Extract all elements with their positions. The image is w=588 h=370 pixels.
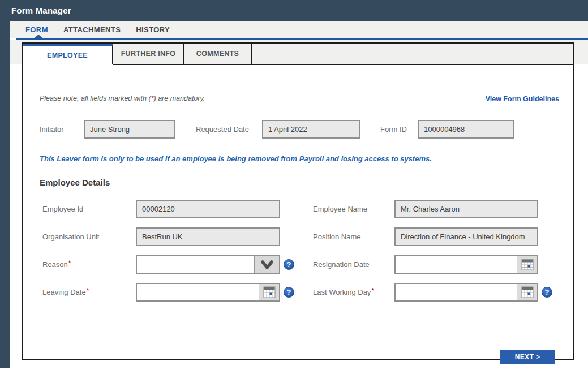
- reason-value: [137, 256, 254, 273]
- employee-name-label: Employee Name: [313, 200, 367, 218]
- calendar-icon: [521, 286, 534, 298]
- position-name-label: Position Name: [313, 227, 361, 246]
- employee-name-field: Mr. Charles Aaron: [394, 200, 538, 218]
- section-title-employee-details: Employee Details: [40, 178, 110, 187]
- leaving-date-help-icon[interactable]: ?: [284, 287, 294, 298]
- calendar-icon: [521, 259, 534, 270]
- mandatory-note-suffix: ) are mandatory.: [154, 94, 205, 102]
- organisation-unit-label: Organisation Unit: [42, 227, 99, 246]
- subtab-employee[interactable]: EMPLOYEE: [23, 44, 113, 65]
- app-header: Form Manager: [0, 0, 588, 21]
- leaving-date-label: Leaving Date*: [42, 283, 89, 302]
- subtab-comments-label: COMMENTS: [196, 50, 239, 58]
- employee-tab-content: Please note, all fields marked with (*) …: [23, 65, 573, 360]
- subtab-filler: [252, 44, 573, 65]
- tab-attachments[interactable]: ATTACHMENTS: [63, 25, 121, 34]
- resignation-date-value: [396, 256, 517, 273]
- requested-date-label: Requested Date: [196, 120, 249, 139]
- subtab-further-info-label: FURTHER INFO: [121, 50, 176, 58]
- last-working-day-input[interactable]: [394, 283, 538, 302]
- left-sidebar-strip: [0, 21, 10, 368]
- requested-date-field: 1 April 2022: [262, 120, 360, 139]
- resignation-date-label: Resignation Date: [313, 255, 370, 274]
- last-working-day-value: [396, 284, 517, 300]
- form-panel: EMPLOYEE FURTHER INFO COMMENTS Please no…: [22, 42, 574, 360]
- leaving-date-value: [137, 284, 259, 300]
- main-tab-bar: FORM ATTACHMENTS HISTORY: [10, 21, 588, 38]
- last-working-day-picker-button[interactable]: [517, 284, 537, 300]
- chevron-down-icon: [260, 260, 274, 270]
- form-id-label: Form ID: [380, 120, 407, 139]
- mandatory-note-text: Please note, all fields marked with (: [40, 94, 151, 102]
- view-form-guidelines-link[interactable]: View Form Guidelines: [486, 95, 559, 103]
- calendar-icon: [263, 286, 276, 298]
- subtab-comments[interactable]: COMMENTS: [184, 44, 252, 65]
- next-button[interactable]: NEXT >: [500, 350, 555, 364]
- subtab-further-info[interactable]: FURTHER INFO: [113, 44, 184, 65]
- reason-dropdown-button[interactable]: [254, 256, 279, 273]
- tab-form[interactable]: FORM: [25, 25, 48, 34]
- app-title: Form Manager: [11, 6, 71, 15]
- reason-help-icon[interactable]: ?: [284, 259, 294, 270]
- reason-label-text: Reason: [42, 260, 68, 269]
- last-working-day-required-star: *: [371, 287, 374, 295]
- organisation-unit-field: BestRun UK: [136, 227, 280, 246]
- reason-required-star: *: [68, 259, 71, 267]
- employee-id-field: 00002120: [136, 200, 280, 218]
- reason-dropdown[interactable]: [136, 255, 280, 274]
- last-working-day-help-icon[interactable]: ?: [542, 287, 552, 298]
- last-working-day-label: Last Working Day*: [313, 283, 374, 302]
- leaver-form-warning: This Leaver form is only to be used if a…: [40, 154, 432, 163]
- resignation-date-picker-button[interactable]: [517, 256, 537, 273]
- form-id-field: 1000004968: [418, 120, 514, 139]
- position-name-field: Direction of Finance - United Kingdom: [394, 227, 538, 246]
- active-tab-caret: [35, 35, 42, 38]
- leaving-date-picker-button[interactable]: [259, 284, 279, 300]
- sub-tab-bar: EMPLOYEE FURTHER INFO COMMENTS: [23, 44, 573, 65]
- employee-id-label: Employee Id: [42, 200, 83, 218]
- resignation-date-input[interactable]: [394, 255, 538, 274]
- initiator-label: Initiator: [40, 120, 64, 139]
- subtab-employee-label: EMPLOYEE: [47, 51, 88, 59]
- last-working-day-label-text: Last Working Day: [313, 288, 371, 296]
- reason-label: Reason*: [42, 255, 71, 274]
- leaving-date-label-text: Leaving Date: [42, 288, 86, 296]
- tab-history[interactable]: HISTORY: [136, 25, 170, 34]
- leaving-date-input[interactable]: [136, 283, 280, 302]
- mandatory-note: Please note, all fields marked with (*) …: [40, 94, 205, 102]
- initiator-field: June Strong: [84, 120, 175, 139]
- leaving-date-required-star: *: [87, 287, 89, 295]
